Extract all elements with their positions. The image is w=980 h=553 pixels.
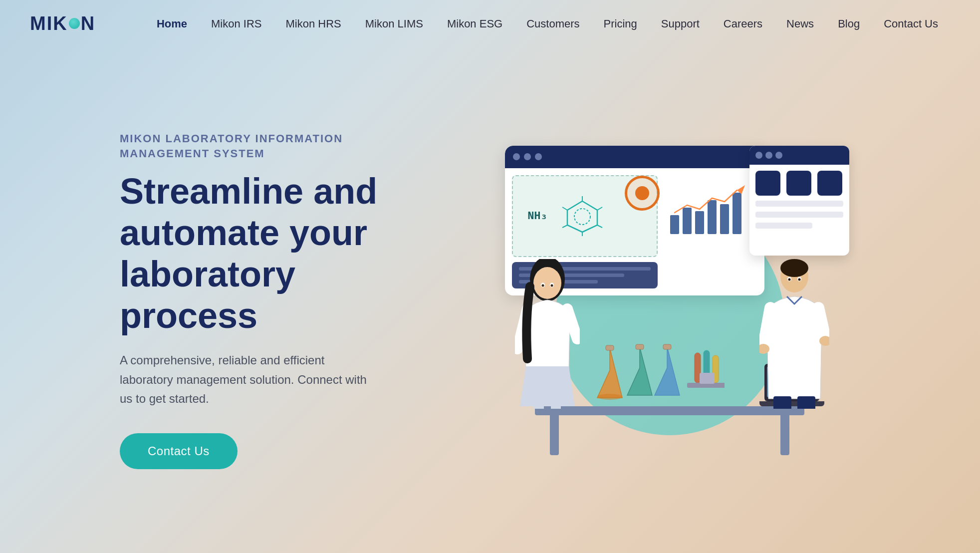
logo[interactable]: MIKN xyxy=(30,13,95,34)
svg-line-3 xyxy=(597,225,602,228)
nav-mikon-lims[interactable]: Mikon LIMS xyxy=(353,13,435,34)
nav-mikon-hrs[interactable]: Mikon HRS xyxy=(274,13,353,34)
nav-careers[interactable]: Careers xyxy=(712,13,774,34)
svg-rect-26 xyxy=(534,404,544,409)
cta-contact-button[interactable]: Contact Us xyxy=(120,433,238,469)
molecule-svg xyxy=(552,196,612,236)
nav-pricing[interactable]: Pricing xyxy=(592,13,649,34)
svg-rect-18 xyxy=(663,344,671,349)
svg-marker-0 xyxy=(567,201,597,232)
app-icon-2 xyxy=(786,171,811,196)
svg-point-46 xyxy=(788,278,791,280)
svg-rect-17 xyxy=(636,344,644,349)
nav-contact[interactable]: Contact Us xyxy=(872,13,950,34)
hero-description: A comprehensive, reliable and efficient … xyxy=(120,351,379,408)
dot-btn-3 xyxy=(535,153,542,160)
circle-element xyxy=(625,176,660,211)
display-panel-header xyxy=(505,146,764,168)
dot-btn-1 xyxy=(513,153,520,160)
app-panel-row xyxy=(755,201,843,207)
app-panel-body xyxy=(749,165,849,235)
svg-point-34 xyxy=(542,284,544,286)
svg-point-37 xyxy=(780,259,808,277)
app-dot-3 xyxy=(775,152,782,159)
illustration-container: NH₃ xyxy=(490,146,849,455)
scientist-female-svg xyxy=(515,259,580,409)
svg-line-5 xyxy=(562,225,567,228)
lab-flasks-svg xyxy=(595,343,725,408)
app-icon-3 xyxy=(817,171,842,196)
nav-mikon-irs[interactable]: Mikon IRS xyxy=(199,13,273,34)
logo-dot xyxy=(69,18,80,29)
svg-rect-41 xyxy=(797,396,815,409)
app-ui-panel xyxy=(749,146,849,256)
scientist-male-svg xyxy=(759,254,829,409)
app-dot-1 xyxy=(755,152,762,159)
nav-links: Home Mikon IRS Mikon HRS Mikon LIMS Miko… xyxy=(135,13,950,34)
lab-table-leg-right xyxy=(780,410,789,455)
chart-area xyxy=(663,175,757,288)
svg-rect-23 xyxy=(700,373,715,384)
nav-news[interactable]: News xyxy=(774,13,826,34)
hero-subtitle: MIKON LABORATORY INFORMATION MANAGEMENT … xyxy=(120,131,419,162)
svg-line-2 xyxy=(597,207,602,210)
svg-rect-8 xyxy=(670,215,679,234)
hero-illustration: NH₃ xyxy=(419,67,920,533)
svg-line-6 xyxy=(562,207,567,210)
trend-chart-svg xyxy=(668,180,752,235)
svg-rect-12 xyxy=(720,204,729,234)
svg-rect-9 xyxy=(683,208,692,234)
nav-customers[interactable]: Customers xyxy=(514,13,591,34)
nav-home[interactable]: Home xyxy=(145,13,199,34)
nav-support[interactable]: Support xyxy=(649,13,712,34)
app-panel-row-3 xyxy=(755,223,812,229)
logo-text: MIKN xyxy=(30,13,95,34)
svg-point-25 xyxy=(533,267,561,299)
svg-rect-15 xyxy=(606,345,614,350)
svg-rect-13 xyxy=(733,193,741,234)
svg-rect-11 xyxy=(708,200,717,234)
lab-table-leg-left xyxy=(550,410,559,455)
chem-formula-text: NH₃ xyxy=(527,209,547,223)
circle-inner xyxy=(635,186,649,200)
app-panel-row-2 xyxy=(755,212,843,218)
nav-mikon-esg[interactable]: Mikon ESG xyxy=(435,13,514,34)
navbar: MIKN Home Mikon IRS Mikon HRS Mikon LIMS… xyxy=(0,0,980,47)
svg-rect-27 xyxy=(551,404,561,409)
svg-rect-40 xyxy=(773,396,791,409)
app-icon-1 xyxy=(755,171,780,196)
svg-point-7 xyxy=(574,209,590,225)
hero-content: MIKON LABORATORY INFORMATION MANAGEMENT … xyxy=(120,131,419,470)
app-panel-header xyxy=(749,146,849,165)
dot-btn-2 xyxy=(524,153,531,160)
hero-title: Streamline and automate your laboratory … xyxy=(120,171,419,336)
app-dot-2 xyxy=(765,152,772,159)
hero-section: MIKON LABORATORY INFORMATION MANAGEMENT … xyxy=(0,47,980,553)
nav-blog[interactable]: Blog xyxy=(826,13,872,34)
svg-rect-10 xyxy=(695,211,704,234)
svg-point-35 xyxy=(551,284,553,286)
svg-point-16 xyxy=(597,394,622,400)
svg-point-47 xyxy=(798,278,801,280)
